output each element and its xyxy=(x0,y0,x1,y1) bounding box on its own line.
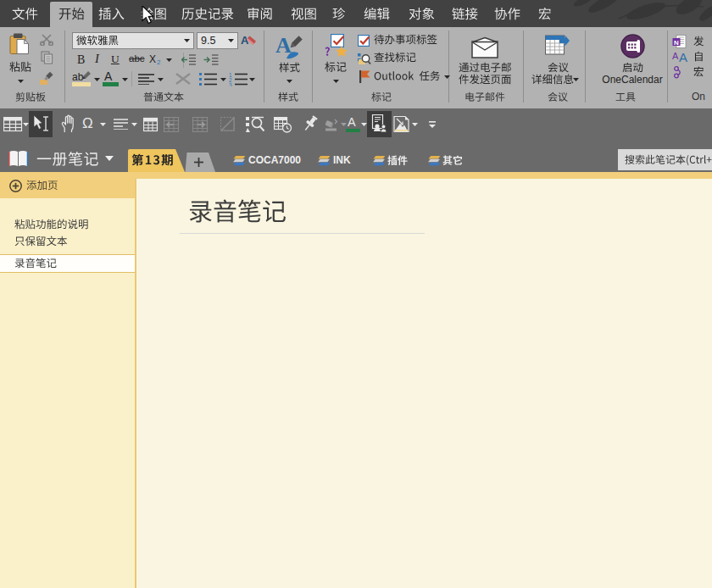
svg-text:3: 3 xyxy=(229,82,232,86)
svg-text:A: A xyxy=(275,33,292,58)
svg-text:N: N xyxy=(674,39,679,47)
